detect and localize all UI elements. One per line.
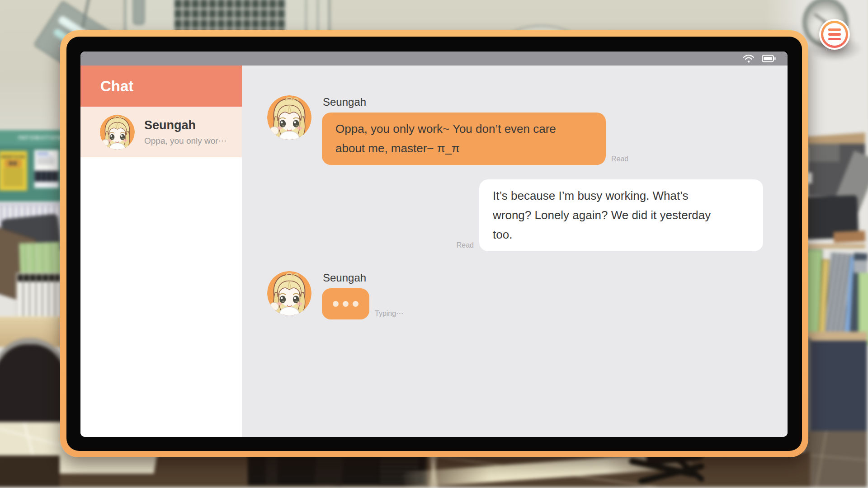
incoming-message-bubble: Oppa, you only work~ You don’t even care…	[322, 113, 606, 165]
battery-icon	[762, 55, 776, 62]
webtoon-poster: WEBTOON	[0, 151, 27, 191]
dark-furniture	[248, 453, 426, 485]
chat-sidebar: Chat Seungah Oppa, you only wor⋯	[80, 66, 242, 437]
bookshelf	[804, 248, 867, 343]
clock-minute-hand	[814, 14, 826, 23]
app-body: Chat Seungah Oppa, you only wor⋯	[80, 66, 788, 437]
sender-avatar	[267, 95, 311, 140]
sender-name: Seungah	[323, 96, 628, 108]
game-screen: INFOMATION WEBTOON	[0, 0, 868, 488]
tablet-screen: Chat Seungah Oppa, you only wor⋯	[80, 52, 788, 437]
tablet-device: Chat Seungah Oppa, you only wor⋯	[60, 30, 808, 457]
poster-title: WEBTOON	[0, 154, 27, 159]
message-group-outgoing: Read It’s because I’m busy working. What…	[267, 179, 763, 251]
brown-book	[833, 230, 865, 243]
board-title: INFOMATION	[0, 130, 61, 145]
floor-shadow-left	[0, 455, 64, 487]
message-group-incoming: Seungah Oppa, you only work~ You don’t e…	[267, 95, 763, 165]
outgoing-message-bubble: It’s because I’m busy working. What’s wr…	[479, 179, 763, 251]
sender-name: Seungah	[323, 272, 403, 284]
wifi-icon	[743, 54, 755, 63]
notice-poster	[34, 150, 59, 188]
contact-name: Seungah	[144, 118, 227, 132]
sidebar-header: Chat	[80, 66, 242, 107]
status-bar	[80, 52, 788, 66]
navy-cabinet	[811, 341, 867, 438]
read-receipt: Read	[611, 155, 628, 163]
chat-message-area[interactable]: Seungah Oppa, you only work~ You don’t e…	[242, 66, 788, 437]
sender-avatar	[267, 271, 311, 315]
contact-message-preview: Oppa, you only wor⋯	[144, 136, 227, 146]
tablet-bezel: Chat Seungah Oppa, you only wor⋯	[66, 37, 802, 451]
hamburger-menu-icon	[823, 23, 846, 46]
read-receipt: Read	[457, 241, 474, 249]
typing-status: Typing⋯	[375, 309, 403, 318]
contact-row-seungah[interactable]: Seungah Oppa, you only wor⋯	[80, 107, 242, 157]
contact-avatar	[100, 115, 135, 150]
typing-indicator-bubble	[322, 288, 369, 319]
right-floor-tiles	[804, 431, 867, 487]
message-group-typing: Seungah Typing⋯	[267, 271, 763, 319]
menu-button[interactable]	[819, 19, 850, 50]
